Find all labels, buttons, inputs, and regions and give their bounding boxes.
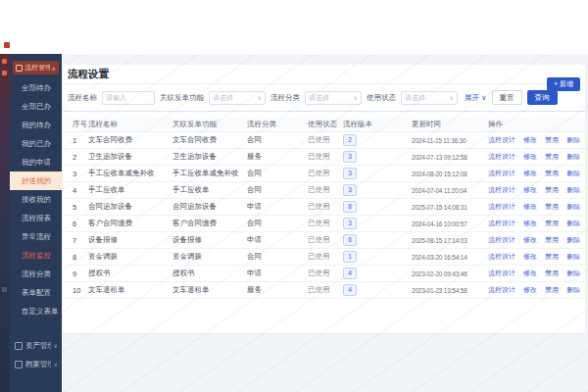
process-design-link[interactable]: 流程设计 bbox=[488, 220, 515, 226]
delete-link[interactable]: 删除 bbox=[566, 203, 580, 210]
delete-link[interactable]: 删除 bbox=[566, 186, 580, 193]
table-header-row: 序号 流程名称 关联发单功能 流程分类 使用状态 流程版本 更新时间 操作 bbox=[63, 118, 585, 132]
disable-link[interactable]: 禁用 bbox=[545, 203, 559, 210]
delete-link[interactable]: 删除 bbox=[566, 153, 580, 160]
cell-status: 已使用 bbox=[308, 266, 343, 282]
modify-link[interactable]: 修改 bbox=[523, 203, 537, 210]
process-table-area: 序号 流程名称 关联发单功能 流程分类 使用状态 流程版本 更新时间 操作 1 … bbox=[63, 118, 585, 299]
delete-link[interactable]: 删除 bbox=[566, 220, 580, 226]
source-function-select[interactable]: 请选择 ∨ bbox=[209, 91, 266, 105]
modify-link[interactable]: 修改 bbox=[523, 286, 537, 293]
sidebar-parent-label: 流程管理 bbox=[24, 63, 50, 73]
chevron-down-icon: ∨ bbox=[54, 361, 58, 368]
cell-name: 卫生追加设备 bbox=[88, 149, 172, 166]
sidebar-item[interactable]: 自定义表单 bbox=[10, 302, 62, 320]
expand-filters-link[interactable]: 展开 ∨ bbox=[465, 93, 487, 103]
delete-link[interactable]: 删除 bbox=[566, 236, 580, 243]
delete-link[interactable]: 删除 bbox=[566, 170, 580, 176]
chevron-down-icon: ∨ bbox=[354, 94, 358, 101]
version-badge: 1 bbox=[343, 251, 357, 263]
sidebar-item[interactable]: 流程分类 bbox=[10, 265, 62, 283]
cell-status: 已使用 bbox=[308, 182, 343, 199]
version-badge: 8 bbox=[343, 201, 357, 213]
delete-link[interactable]: 删除 bbox=[566, 286, 580, 293]
disable-link[interactable]: 禁用 bbox=[545, 253, 559, 260]
process-design-link[interactable]: 流程设计 bbox=[488, 170, 515, 176]
cell-source: 设备报修 bbox=[172, 232, 247, 249]
modify-link[interactable]: 修改 bbox=[523, 253, 537, 260]
sidebar-parent-asset-management[interactable]: 资产管理 ∨ bbox=[10, 336, 62, 355]
usage-status-select[interactable]: 请选择 ∨ bbox=[401, 91, 458, 105]
cell-category: 服务 bbox=[247, 149, 308, 166]
process-design-link[interactable]: 流程设计 bbox=[488, 253, 515, 260]
rail-misc-icon[interactable] bbox=[2, 287, 7, 292]
sidebar-item[interactable]: 表单配置 bbox=[10, 283, 62, 302]
rail-module-icon[interactable] bbox=[2, 71, 7, 75]
sidebar-item[interactable]: 我的已办 bbox=[10, 134, 62, 153]
cell-index: 2 bbox=[63, 149, 88, 166]
process-design-link[interactable]: 流程设计 bbox=[488, 236, 515, 243]
process-design-link[interactable]: 流程设计 bbox=[488, 136, 515, 143]
disable-link[interactable]: 禁用 bbox=[545, 170, 559, 176]
cell-category: 合同 bbox=[247, 166, 308, 182]
select-placeholder: 请选择 bbox=[309, 93, 354, 103]
modify-link[interactable]: 修改 bbox=[523, 153, 537, 160]
disable-link[interactable]: 禁用 bbox=[545, 136, 559, 143]
filter-source-label: 关联发单功能 bbox=[160, 93, 204, 103]
cell-updated: 2024-04-16 10:00:57 bbox=[412, 216, 488, 232]
cell-updated: 2024-03-20 16:54:14 bbox=[412, 249, 488, 266]
modify-link[interactable]: 修改 bbox=[523, 170, 537, 176]
version-badge: 3 bbox=[343, 151, 357, 163]
sidebar-parent-process-management[interactable]: 流程管理 ∧ bbox=[13, 61, 59, 74]
process-category-select[interactable]: 请选择 ∨ bbox=[305, 91, 362, 105]
delete-link[interactable]: 删除 bbox=[566, 136, 580, 143]
cell-source: 文车退租单 bbox=[172, 282, 247, 299]
table-row: 2 卫生追加设备 卫生追加设备 服务 已使用 3 2024-07-13 09:1… bbox=[63, 149, 585, 166]
process-design-link[interactable]: 流程设计 bbox=[488, 270, 515, 276]
cell-version: 6 bbox=[343, 232, 412, 249]
modify-link[interactable]: 修改 bbox=[523, 186, 537, 193]
sidebar-item[interactable]: 异常流程 bbox=[10, 227, 62, 246]
version-badge: 3 bbox=[343, 184, 357, 196]
rail-app-icon[interactable] bbox=[2, 59, 7, 64]
modify-link[interactable]: 修改 bbox=[523, 236, 537, 243]
disable-link[interactable]: 禁用 bbox=[545, 270, 559, 276]
disable-link[interactable]: 禁用 bbox=[545, 153, 559, 160]
process-design-link[interactable]: 流程设计 bbox=[488, 203, 515, 210]
sidebar-item[interactable]: 接收我的 bbox=[10, 190, 62, 209]
modify-link[interactable]: 修改 bbox=[523, 136, 537, 143]
process-name-input[interactable] bbox=[102, 91, 155, 105]
process-design-link[interactable]: 流程设计 bbox=[488, 186, 515, 193]
disable-link[interactable]: 禁用 bbox=[545, 286, 559, 293]
sidebar-item[interactable]: 我的申请 bbox=[10, 153, 62, 172]
disable-link[interactable]: 禁用 bbox=[545, 236, 559, 243]
disable-link[interactable]: 禁用 bbox=[545, 220, 559, 226]
process-design-link[interactable]: 流程设计 bbox=[488, 286, 515, 293]
reset-button[interactable]: 重置 bbox=[492, 90, 522, 105]
cell-source: 手工应收单减免补收 bbox=[172, 166, 247, 182]
cell-version: 1 bbox=[343, 249, 412, 266]
sidebar-item[interactable]: 全部待办 bbox=[10, 78, 62, 97]
sidebar-item[interactable]: 流程报表 bbox=[10, 209, 62, 227]
cell-source: 卫生追加设备 bbox=[172, 149, 247, 166]
disable-link[interactable]: 禁用 bbox=[545, 186, 559, 193]
search-button[interactable]: 查询 bbox=[527, 90, 558, 105]
sidebar-parent-archive-management[interactable]: 档案管理 ∨ bbox=[10, 355, 62, 373]
process-design-link[interactable]: 流程设计 bbox=[488, 153, 515, 160]
delete-link[interactable]: 删除 bbox=[566, 270, 580, 276]
modify-link[interactable]: 修改 bbox=[523, 220, 537, 226]
modify-link[interactable]: 修改 bbox=[523, 270, 537, 276]
add-button[interactable]: + 新增 bbox=[547, 77, 580, 91]
sidebar-item[interactable]: 全部已办 bbox=[10, 97, 62, 116]
col-header-name: 流程名称 bbox=[88, 118, 172, 132]
sidebar-item[interactable]: 流程监控 bbox=[10, 246, 62, 265]
cell-index: 8 bbox=[63, 249, 88, 266]
cell-actions: 流程设计 修改 禁用 删除 bbox=[488, 149, 585, 166]
cell-name: 文车合同收费 bbox=[88, 132, 172, 149]
cell-index: 1 bbox=[63, 132, 88, 149]
cell-index: 9 bbox=[63, 266, 88, 282]
sidebar-item[interactable]: 抄送我的 bbox=[10, 172, 62, 190]
sidebar-item[interactable]: 我的待办 bbox=[10, 116, 62, 134]
filter-category-label: 流程分类 bbox=[270, 93, 300, 103]
delete-link[interactable]: 删除 bbox=[566, 253, 580, 260]
